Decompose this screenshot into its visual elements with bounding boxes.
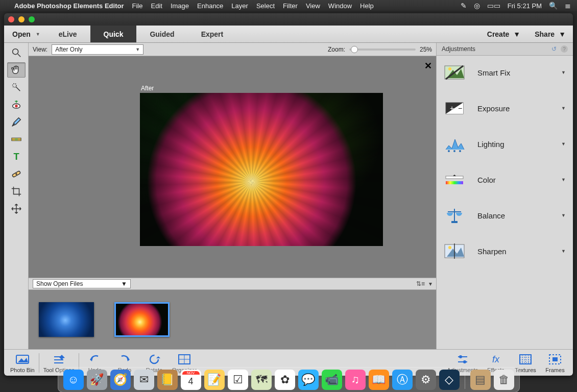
document-canvas[interactable] [140, 93, 383, 246]
adjust-label: Color [477, 176, 549, 184]
dock-contacts[interactable]: 📒 [157, 370, 178, 390]
chevron-down-icon: ▼ [559, 30, 566, 38]
displays-icon[interactable]: ▭▭ [487, 2, 500, 10]
adjustments-panel: Adjustments ↺ ? Smart Fix ▼+− Exposure ▼… [436, 43, 573, 349]
redeye-tool[interactable] [7, 97, 26, 112]
menu-help[interactable]: Help [360, 2, 374, 10]
crop-tool[interactable] [7, 184, 26, 199]
move-tool[interactable] [7, 201, 26, 216]
dock-finder[interactable]: ☺ [63, 370, 84, 390]
spotlight-icon[interactable]: 🔍 [549, 2, 558, 10]
app-toolbar: Open ▼ eLive Quick Guided Expert Create▼… [4, 26, 573, 43]
dock-facetime[interactable]: 📹 [322, 370, 342, 390]
menu-image[interactable]: Image [171, 2, 189, 10]
bin-sort-icon[interactable]: ⇅≡ [416, 280, 425, 287]
menu-edit[interactable]: Edit [151, 2, 162, 10]
textures-btn-icon [518, 353, 533, 366]
share-menu[interactable]: Share▼ [527, 30, 573, 38]
menu-layer[interactable]: Layer [231, 2, 248, 10]
zoom-slider[interactable] [349, 48, 416, 51]
view-mode-dropdown[interactable]: After Only ▼ [52, 44, 143, 55]
dock-pse[interactable]: ◇ [439, 370, 460, 390]
menubar-clock[interactable]: Fri 5:21 PM [508, 2, 542, 10]
exposure-icon: +− [444, 99, 465, 118]
svg-marker-27 [453, 175, 456, 176]
app-name[interactable]: Adobe Photoshop Elements Editor [14, 2, 124, 10]
close-window-button[interactable] [8, 16, 14, 22]
svg-rect-29 [446, 181, 463, 184]
menu-filter[interactable]: Filter [283, 2, 298, 10]
zoom-label: Zoom: [328, 46, 345, 53]
dock-appstore[interactable]: Ⓐ [392, 370, 413, 390]
straighten-tool[interactable] [7, 132, 26, 147]
adjust-smart-fix[interactable]: Smart Fix ▼ [442, 60, 568, 85]
dock-launchpad[interactable]: 🚀 [87, 370, 107, 390]
thumb-water[interactable] [39, 302, 94, 337]
dock-notes[interactable]: 📝 [204, 370, 225, 390]
tab-guided[interactable]: Guided [136, 26, 187, 42]
zoom-window-button[interactable] [29, 16, 35, 22]
chevron-down-icon: ▼ [121, 280, 127, 287]
create-menu[interactable]: Create▼ [480, 30, 527, 38]
view-bar: View: After Only ▼ Zoom: 25% [29, 43, 436, 56]
hand-tool[interactable] [7, 62, 26, 78]
dock-photos[interactable]: ✿ [275, 370, 295, 390]
adjust-color[interactable]: Color ▼ [442, 167, 568, 192]
adjust-balance[interactable]: Balance ▼ [442, 203, 568, 228]
svg-point-2 [12, 84, 16, 87]
tab-expert[interactable]: Expert [188, 26, 237, 42]
quick-selection-tool[interactable] [7, 80, 26, 95]
menu-window[interactable]: Window [328, 2, 352, 10]
tab-quick[interactable]: Quick [90, 26, 137, 42]
dock-calendar[interactable]: NOV4 [181, 370, 201, 390]
svg-point-7 [15, 105, 18, 108]
dock-mail[interactable]: ✉︎ [134, 370, 154, 390]
balance-icon [444, 206, 465, 225]
dock-maps[interactable]: 🗺 [251, 370, 272, 390]
svg-rect-56 [552, 357, 558, 361]
adjust-exposure[interactable]: +− Exposure ▼ [442, 95, 568, 121]
bin-menu-icon[interactable]: ▾ [429, 280, 432, 287]
tab-elive[interactable]: eLive [45, 26, 90, 42]
adjust-sharpen[interactable]: Sharpen ▼ [442, 238, 568, 264]
list-icon[interactable]: ≣ [565, 2, 571, 10]
close-document-button[interactable]: ✕ [424, 60, 432, 71]
open-label: Open [12, 30, 31, 38]
macos-menubar: Adobe Photoshop Elements Editor File Edi… [0, 0, 577, 11]
menu-view[interactable]: View [306, 2, 320, 10]
organizer-icon [177, 353, 191, 366]
svg-text:fx: fx [492, 354, 500, 364]
cc-icon[interactable]: ◎ [474, 2, 480, 10]
pen-icon[interactable]: ✎ [461, 2, 467, 10]
dock-downloads[interactable]: ▤ [470, 370, 491, 390]
undo-icon [88, 353, 102, 366]
zoom-tool[interactable] [7, 45, 26, 60]
spot-healing-tool[interactable] [7, 166, 26, 182]
dock-trash[interactable]: 🗑 [494, 370, 514, 390]
dock-ibooks[interactable]: 📖 [369, 370, 389, 390]
menu-file[interactable]: File [132, 2, 143, 10]
chevron-down-icon: ▼ [561, 213, 566, 218]
help-icon[interactable]: ? [561, 45, 568, 53]
adjust-lighting[interactable]: Lighting ▼ [442, 131, 568, 157]
dock-preferences[interactable]: ⚙︎ [416, 370, 436, 390]
view-label: View: [33, 46, 47, 53]
thumb-flower[interactable] [114, 302, 170, 337]
dock-safari[interactable]: 🧭 [110, 370, 131, 390]
chevron-down-icon: ▼ [561, 177, 566, 182]
open-menu[interactable]: Open ▼ [4, 30, 45, 38]
type-tool[interactable]: T [7, 149, 26, 164]
reset-icon[interactable]: ↺ [551, 45, 557, 53]
menu-select[interactable]: Select [256, 2, 275, 10]
svg-point-23 [448, 150, 450, 152]
whiten-teeth-tool[interactable] [7, 114, 26, 130]
titlebar [4, 13, 573, 26]
zoom-slider-knob[interactable] [351, 46, 358, 53]
minimize-window-button[interactable] [18, 16, 25, 22]
menu-enhance[interactable]: Enhance [197, 2, 223, 10]
dock-reminders[interactable]: ☑︎ [228, 370, 248, 390]
dock-messages[interactable]: 💬 [298, 370, 319, 390]
pse-window: Open ▼ eLive Quick Guided Expert Create▼… [4, 13, 573, 376]
dock-itunes[interactable]: ♫ [345, 370, 366, 390]
bin-mode-dropdown[interactable]: Show Open Files ▼ [33, 279, 131, 288]
